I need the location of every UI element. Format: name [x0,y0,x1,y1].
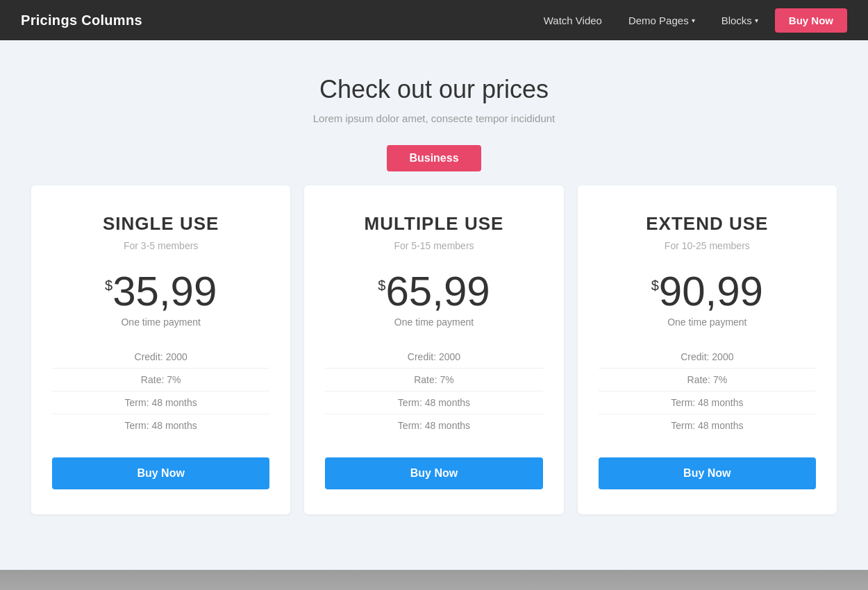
plan-name-extend: EXTEND USE [599,213,816,235]
plan-name-multiple: MULTIPLE USE [325,213,542,235]
price-amount-single: 35,99 [112,271,217,312]
price-currency-multiple: $ [378,278,385,294]
feature-single-3: Term: 48 months [52,414,269,437]
pricing-grid: SINGLE USE For 3-5 members $ 35,99 One t… [31,185,837,514]
price-amount-multiple: 65,99 [385,271,490,312]
feature-multiple-1: Rate: 7% [325,368,542,391]
buy-button-single[interactable]: Buy Now [52,457,269,489]
price-currency-single: $ [105,278,112,294]
plan-members-extend: For 10-25 members [599,240,816,251]
pricing-card-extend: EXTEND USE For 10-25 members $ 90,99 One… [578,185,837,514]
strip-background [0,570,868,590]
price-note-single: One time payment [52,317,269,328]
feature-extend-2: Term: 48 months [599,391,816,414]
price-note-multiple: One time payment [325,317,542,328]
watch-video-button[interactable]: Watch Video [534,9,612,32]
feature-extend-3: Term: 48 months [599,414,816,437]
header-buy-now-button[interactable]: Buy Now [775,8,847,33]
pricing-card-single: SINGLE USE For 3-5 members $ 35,99 One t… [31,185,290,514]
demo-pages-button[interactable]: Demo Pages ▾ [619,9,705,32]
feature-multiple-0: Credit: 2000 [325,346,542,368]
feature-single-2: Term: 48 months [52,391,269,414]
feature-single-0: Credit: 2000 [52,346,269,368]
blocks-chevron-icon: ▾ [755,17,758,24]
plan-members-single: For 3-5 members [52,240,269,251]
main-content: Check out our prices Lorem ipsum dolor a… [17,40,851,570]
blocks-button[interactable]: Blocks ▾ [712,9,768,32]
price-amount-extend: 90,99 [659,271,763,312]
site-header: Pricings Columns Watch Video Demo Pages … [0,0,868,40]
section-subtitle: Lorem ipsum dolor amet, consecte tempor … [31,112,837,124]
site-logo: Pricings Columns [21,12,142,28]
features-multiple: Credit: 2000 Rate: 7% Term: 48 months Te… [325,346,542,437]
buy-button-multiple[interactable]: Buy Now [325,457,542,489]
price-wrapper-single: $ 35,99 [52,271,269,312]
feature-multiple-3: Term: 48 months [325,414,542,437]
main-nav: Watch Video Demo Pages ▾ Blocks ▾ Buy No… [534,8,847,33]
price-note-extend: One time payment [599,317,816,328]
section-title: Check out our prices [31,75,837,104]
feature-extend-0: Credit: 2000 [599,346,816,368]
features-extend: Credit: 2000 Rate: 7% Term: 48 months Te… [599,346,816,437]
feature-single-1: Rate: 7% [52,368,269,391]
features-single: Credit: 2000 Rate: 7% Term: 48 months Te… [52,346,269,437]
price-wrapper-multiple: $ 65,99 [325,271,542,312]
business-toggle-button[interactable]: Business [387,145,481,171]
pricing-card-multiple: MULTIPLE USE For 5-15 members $ 65,99 On… [304,185,563,514]
price-currency-extend: $ [651,278,659,294]
feature-multiple-2: Term: 48 months [325,391,542,414]
feature-extend-1: Rate: 7% [599,368,816,391]
plan-name-single: SINGLE USE [52,213,269,235]
buy-button-extend[interactable]: Buy Now [599,457,816,489]
plan-members-multiple: For 5-15 members [325,240,542,251]
demo-pages-chevron-icon: ▾ [692,17,695,24]
bottom-preview-strip: Standart Business Premium [0,570,868,590]
price-wrapper-extend: $ 90,99 [599,271,816,312]
toggle-row: Business [31,145,837,171]
